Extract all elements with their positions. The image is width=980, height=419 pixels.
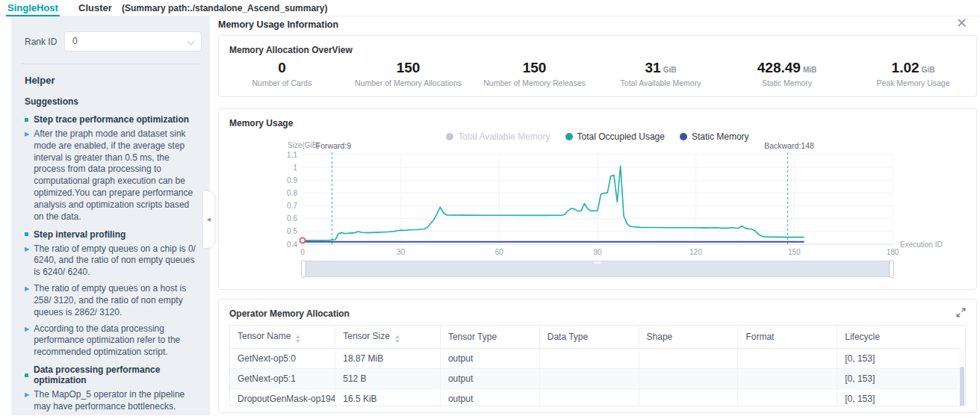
svg-text:Backward:148: Backward:148 xyxy=(764,141,814,150)
stat-value: 1.02GiB xyxy=(850,60,976,76)
suggestion-item: ▶The MapOp_5 operator in the pipeline ma… xyxy=(25,389,199,413)
stat-label: Peak Memory Usage xyxy=(850,78,976,87)
svg-text:120: 120 xyxy=(689,248,702,256)
table-cell xyxy=(539,369,639,389)
arrow-bullet-icon: ▶ xyxy=(25,391,29,413)
column-header-format: Format xyxy=(738,326,837,349)
helper-title: Helper xyxy=(25,75,202,86)
rank-id-select[interactable]: 0 xyxy=(64,31,202,52)
table-cell: DropoutGenMask-op194:0 xyxy=(230,389,335,407)
memory-usage-chart[interactable]: 0.40.50.60.70.80.911.10306090120150180Si… xyxy=(219,109,976,258)
stat-value: 428.49MiB xyxy=(724,60,850,76)
suggestion-heading-step-trace-performance-optimization: Step trace performance optimization xyxy=(25,114,199,125)
operator-table: Tensor NameTensor SizeTensor TypeData Ty… xyxy=(230,326,965,406)
stat-number-of-memory-releases: 150Number of Memory Releases xyxy=(471,60,598,87)
table-cell: 512 B xyxy=(335,369,441,389)
table-cell: 18.87 MiB xyxy=(335,349,441,369)
rank-id-row: Rank ID 0 xyxy=(25,31,202,52)
arrow-bullet-icon: ▶ xyxy=(25,285,29,318)
table-cell xyxy=(539,349,639,369)
table-scrollbar-thumb[interactable] xyxy=(960,367,964,406)
table-cell: GetNext-op5:1 xyxy=(230,369,335,389)
stat-label: Number of Cards xyxy=(219,78,345,87)
column-header-shape: Shape xyxy=(639,326,738,349)
table-cell xyxy=(738,369,837,389)
top-tab-bar: SingleHost Cluster (Summary path:./stand… xyxy=(0,0,980,16)
table-panel-title: Operator Memory Allocation xyxy=(229,308,350,319)
stat-static-memory: 428.49MiBStatic Memory xyxy=(724,60,850,87)
suggestion-item: ▶According to the data processing perfor… xyxy=(25,323,199,359)
suggestions-list: Step trace performance optimization▶Afte… xyxy=(19,114,202,419)
square-bullet-icon xyxy=(25,373,28,377)
stat-unit: GiB xyxy=(663,66,677,74)
stat-value: 0 xyxy=(219,60,345,76)
stat-value: 31GiB xyxy=(598,60,724,76)
suggestion-item: ▶The ratio of empty queues on a host is … xyxy=(25,283,199,318)
svg-text:0.7: 0.7 xyxy=(287,202,297,210)
svg-text:1: 1 xyxy=(293,164,297,172)
sort-icon[interactable] xyxy=(296,335,300,343)
expand-icon[interactable] xyxy=(956,308,966,317)
memory-allocation-overview-panel: Memory Allocation OverView 0Number of Ca… xyxy=(218,35,977,97)
stat-peak-memory-usage: 1.02GiBPeak Memory Usage xyxy=(850,60,976,87)
stat-unit: MiB xyxy=(803,66,816,74)
svg-text:Execution ID: Execution ID xyxy=(900,240,943,249)
summary-path-label: (Summary path:./standalone_Ascend_summar… xyxy=(122,3,327,13)
table-cell xyxy=(539,389,639,407)
table-cell: [0, 153] xyxy=(837,389,965,407)
memory-usage-panel: Memory Usage Total Available MemoryTotal… xyxy=(218,108,977,290)
rank-id-label: Rank ID xyxy=(25,37,58,47)
arrow-bullet-icon: ▶ xyxy=(25,246,29,279)
column-header-tensor-name[interactable]: Tensor Name xyxy=(230,326,335,349)
datazoom-left-handle[interactable] xyxy=(301,260,306,278)
sidebar-divider xyxy=(22,63,199,64)
overview-stats: 0Number of Cards150Number of Memory Allo… xyxy=(219,60,976,87)
stat-total-available-memory: 31GiBTotal Available Memory xyxy=(598,60,724,87)
helper-sidebar: Rank ID 0 Helper Suggestions Step trace … xyxy=(11,16,210,415)
table-scrollbar[interactable] xyxy=(959,347,965,406)
operator-table-wrap: Tensor NameTensor SizeTensor TypeData Ty… xyxy=(229,325,966,406)
svg-text:90: 90 xyxy=(593,248,602,256)
svg-text:Forward:9: Forward:9 xyxy=(316,141,351,150)
suggestion-heading-data-processing-performance-optimization: Data processing performance optimization xyxy=(25,364,199,385)
stat-value: 150 xyxy=(345,60,471,76)
chart-datazoom-slider[interactable] xyxy=(303,261,893,277)
svg-text:180: 180 xyxy=(887,248,899,256)
column-header-tensor-type: Tensor Type xyxy=(440,326,539,349)
svg-text:Size(GiB): Size(GiB) xyxy=(288,141,320,149)
svg-text:150: 150 xyxy=(788,248,801,256)
table-row: DropoutGenMask-op194:016.5 KiBoutput[0, … xyxy=(230,389,965,407)
table-cell: GetNext-op5:0 xyxy=(230,349,335,369)
svg-text:0.9: 0.9 xyxy=(287,176,297,184)
stat-label: Number of Memory Allocations xyxy=(345,78,471,87)
table-header-row: Tensor NameTensor SizeTensor TypeData Ty… xyxy=(230,326,965,349)
square-bullet-icon xyxy=(25,232,28,236)
operator-memory-allocation-panel: Operator Memory Allocation Tensor NameTe… xyxy=(218,299,977,413)
column-header-data-type: Data Type xyxy=(539,326,639,349)
collapse-left-icon: ◀ xyxy=(207,217,211,223)
stat-value: 150 xyxy=(471,60,598,76)
tab-cluster[interactable]: Cluster xyxy=(78,2,112,13)
svg-text:0.4: 0.4 xyxy=(287,240,297,249)
sidebar-collapse-handle[interactable]: ◀ xyxy=(203,191,214,248)
table-cell: output xyxy=(440,369,539,389)
suggestion-heading-step-interval-profiling: Step interval profiling xyxy=(25,229,199,240)
close-icon[interactable]: ✕ xyxy=(956,16,967,30)
table-cell xyxy=(639,389,738,407)
table-cell: 16.5 KiB xyxy=(335,389,441,407)
table-cell: [0, 153] xyxy=(837,349,965,369)
datazoom-right-handle[interactable] xyxy=(889,260,894,278)
suggestion-item: ▶The ratio of empty queues on a chip is … xyxy=(25,243,199,279)
svg-text:0.6: 0.6 xyxy=(287,214,297,223)
table-row: GetNext-op5:1512 Boutput[0, 153] xyxy=(230,369,965,389)
tab-singlehost[interactable]: SingleHost xyxy=(7,2,58,13)
column-header-tensor-size[interactable]: Tensor Size xyxy=(335,326,441,349)
datazoom-notch xyxy=(594,261,601,264)
arrow-bullet-icon: ▶ xyxy=(25,326,29,359)
stat-number-of-cards: 0Number of Cards xyxy=(219,60,345,87)
suggestion-item: ▶After the praph mode and dataset sink m… xyxy=(25,128,199,223)
chevron-down-icon xyxy=(187,38,195,46)
sort-icon[interactable] xyxy=(395,335,400,343)
stat-label: Number of Memory Releases xyxy=(471,78,598,87)
svg-text:0.5: 0.5 xyxy=(287,227,297,235)
